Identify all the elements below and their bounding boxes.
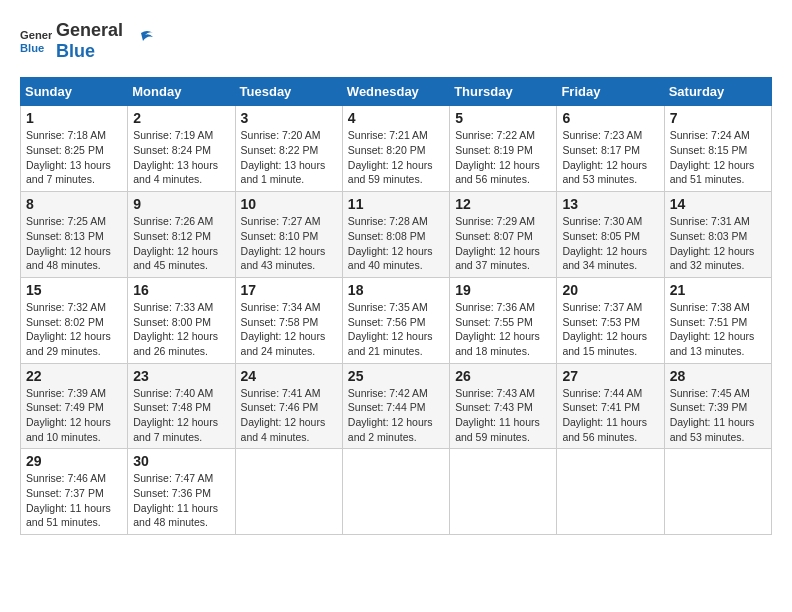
day-info: Sunrise: 7:30 AM Sunset: 8:05 PM Dayligh…	[562, 214, 658, 273]
calendar-cell: 27Sunrise: 7:44 AM Sunset: 7:41 PM Dayli…	[557, 363, 664, 449]
svg-text:Blue: Blue	[20, 42, 44, 54]
calendar-cell: 2Sunrise: 7:19 AM Sunset: 8:24 PM Daylig…	[128, 106, 235, 192]
day-number: 30	[133, 453, 229, 469]
calendar-cell: 25Sunrise: 7:42 AM Sunset: 7:44 PM Dayli…	[342, 363, 449, 449]
calendar-cell: 23Sunrise: 7:40 AM Sunset: 7:48 PM Dayli…	[128, 363, 235, 449]
day-info: Sunrise: 7:21 AM Sunset: 8:20 PM Dayligh…	[348, 128, 444, 187]
day-number: 22	[26, 368, 122, 384]
day-number: 7	[670, 110, 766, 126]
day-number: 6	[562, 110, 658, 126]
day-info: Sunrise: 7:43 AM Sunset: 7:43 PM Dayligh…	[455, 386, 551, 445]
weekday-header-sunday: Sunday	[21, 78, 128, 106]
weekday-header-wednesday: Wednesday	[342, 78, 449, 106]
day-info: Sunrise: 7:29 AM Sunset: 8:07 PM Dayligh…	[455, 214, 551, 273]
day-info: Sunrise: 7:41 AM Sunset: 7:46 PM Dayligh…	[241, 386, 337, 445]
calendar-cell	[664, 449, 771, 535]
day-number: 20	[562, 282, 658, 298]
calendar-cell: 18Sunrise: 7:35 AM Sunset: 7:56 PM Dayli…	[342, 277, 449, 363]
calendar-cell	[342, 449, 449, 535]
calendar-cell: 17Sunrise: 7:34 AM Sunset: 7:58 PM Dayli…	[235, 277, 342, 363]
day-number: 18	[348, 282, 444, 298]
calendar-cell: 29Sunrise: 7:46 AM Sunset: 7:37 PM Dayli…	[21, 449, 128, 535]
calendar-week-2: 8Sunrise: 7:25 AM Sunset: 8:13 PM Daylig…	[21, 192, 772, 278]
day-number: 21	[670, 282, 766, 298]
calendar-cell	[450, 449, 557, 535]
day-info: Sunrise: 7:32 AM Sunset: 8:02 PM Dayligh…	[26, 300, 122, 359]
day-info: Sunrise: 7:37 AM Sunset: 7:53 PM Dayligh…	[562, 300, 658, 359]
calendar-cell: 6Sunrise: 7:23 AM Sunset: 8:17 PM Daylig…	[557, 106, 664, 192]
day-number: 29	[26, 453, 122, 469]
calendar-cell: 4Sunrise: 7:21 AM Sunset: 8:20 PM Daylig…	[342, 106, 449, 192]
day-info: Sunrise: 7:44 AM Sunset: 7:41 PM Dayligh…	[562, 386, 658, 445]
calendar-cell: 11Sunrise: 7:28 AM Sunset: 8:08 PM Dayli…	[342, 192, 449, 278]
day-number: 9	[133, 196, 229, 212]
day-number: 13	[562, 196, 658, 212]
calendar-week-4: 22Sunrise: 7:39 AM Sunset: 7:49 PM Dayli…	[21, 363, 772, 449]
calendar-week-1: 1Sunrise: 7:18 AM Sunset: 8:25 PM Daylig…	[21, 106, 772, 192]
day-number: 14	[670, 196, 766, 212]
calendar-cell: 14Sunrise: 7:31 AM Sunset: 8:03 PM Dayli…	[664, 192, 771, 278]
day-number: 17	[241, 282, 337, 298]
calendar-cell: 19Sunrise: 7:36 AM Sunset: 7:55 PM Dayli…	[450, 277, 557, 363]
calendar-cell: 3Sunrise: 7:20 AM Sunset: 8:22 PM Daylig…	[235, 106, 342, 192]
day-number: 10	[241, 196, 337, 212]
day-info: Sunrise: 7:34 AM Sunset: 7:58 PM Dayligh…	[241, 300, 337, 359]
calendar-week-3: 15Sunrise: 7:32 AM Sunset: 8:02 PM Dayli…	[21, 277, 772, 363]
day-info: Sunrise: 7:28 AM Sunset: 8:08 PM Dayligh…	[348, 214, 444, 273]
weekday-header-friday: Friday	[557, 78, 664, 106]
calendar-table: SundayMondayTuesdayWednesdayThursdayFrid…	[20, 77, 772, 535]
calendar-cell: 8Sunrise: 7:25 AM Sunset: 8:13 PM Daylig…	[21, 192, 128, 278]
day-info: Sunrise: 7:47 AM Sunset: 7:36 PM Dayligh…	[133, 471, 229, 530]
day-number: 26	[455, 368, 551, 384]
calendar-cell: 22Sunrise: 7:39 AM Sunset: 7:49 PM Dayli…	[21, 363, 128, 449]
calendar-cell: 7Sunrise: 7:24 AM Sunset: 8:15 PM Daylig…	[664, 106, 771, 192]
day-number: 28	[670, 368, 766, 384]
weekday-header-saturday: Saturday	[664, 78, 771, 106]
calendar-cell: 12Sunrise: 7:29 AM Sunset: 8:07 PM Dayli…	[450, 192, 557, 278]
calendar-week-5: 29Sunrise: 7:46 AM Sunset: 7:37 PM Dayli…	[21, 449, 772, 535]
day-info: Sunrise: 7:31 AM Sunset: 8:03 PM Dayligh…	[670, 214, 766, 273]
calendar-cell: 24Sunrise: 7:41 AM Sunset: 7:46 PM Dayli…	[235, 363, 342, 449]
logo-icon: General Blue	[20, 25, 52, 57]
day-info: Sunrise: 7:23 AM Sunset: 8:17 PM Dayligh…	[562, 128, 658, 187]
calendar-cell: 16Sunrise: 7:33 AM Sunset: 8:00 PM Dayli…	[128, 277, 235, 363]
calendar-cell: 26Sunrise: 7:43 AM Sunset: 7:43 PM Dayli…	[450, 363, 557, 449]
calendar-cell: 13Sunrise: 7:30 AM Sunset: 8:05 PM Dayli…	[557, 192, 664, 278]
day-info: Sunrise: 7:42 AM Sunset: 7:44 PM Dayligh…	[348, 386, 444, 445]
calendar-header-row: SundayMondayTuesdayWednesdayThursdayFrid…	[21, 78, 772, 106]
calendar-cell: 28Sunrise: 7:45 AM Sunset: 7:39 PM Dayli…	[664, 363, 771, 449]
logo: General Blue General Blue	[20, 20, 155, 61]
calendar-cell: 21Sunrise: 7:38 AM Sunset: 7:51 PM Dayli…	[664, 277, 771, 363]
day-info: Sunrise: 7:39 AM Sunset: 7:49 PM Dayligh…	[26, 386, 122, 445]
day-info: Sunrise: 7:24 AM Sunset: 8:15 PM Dayligh…	[670, 128, 766, 187]
day-info: Sunrise: 7:40 AM Sunset: 7:48 PM Dayligh…	[133, 386, 229, 445]
day-number: 4	[348, 110, 444, 126]
day-number: 12	[455, 196, 551, 212]
day-number: 8	[26, 196, 122, 212]
day-info: Sunrise: 7:33 AM Sunset: 8:00 PM Dayligh…	[133, 300, 229, 359]
day-number: 16	[133, 282, 229, 298]
day-number: 27	[562, 368, 658, 384]
day-info: Sunrise: 7:35 AM Sunset: 7:56 PM Dayligh…	[348, 300, 444, 359]
day-info: Sunrise: 7:36 AM Sunset: 7:55 PM Dayligh…	[455, 300, 551, 359]
day-info: Sunrise: 7:25 AM Sunset: 8:13 PM Dayligh…	[26, 214, 122, 273]
day-number: 23	[133, 368, 229, 384]
calendar-cell: 30Sunrise: 7:47 AM Sunset: 7:36 PM Dayli…	[128, 449, 235, 535]
svg-text:General: General	[20, 29, 52, 41]
calendar-cell	[557, 449, 664, 535]
day-info: Sunrise: 7:22 AM Sunset: 8:19 PM Dayligh…	[455, 128, 551, 187]
calendar-cell: 20Sunrise: 7:37 AM Sunset: 7:53 PM Dayli…	[557, 277, 664, 363]
logo-bird-icon	[127, 27, 155, 55]
page-header: General Blue General Blue	[20, 20, 772, 61]
day-number: 2	[133, 110, 229, 126]
day-info: Sunrise: 7:20 AM Sunset: 8:22 PM Dayligh…	[241, 128, 337, 187]
weekday-header-monday: Monday	[128, 78, 235, 106]
weekday-header-tuesday: Tuesday	[235, 78, 342, 106]
calendar-cell: 10Sunrise: 7:27 AM Sunset: 8:10 PM Dayli…	[235, 192, 342, 278]
day-info: Sunrise: 7:19 AM Sunset: 8:24 PM Dayligh…	[133, 128, 229, 187]
day-number: 15	[26, 282, 122, 298]
day-info: Sunrise: 7:46 AM Sunset: 7:37 PM Dayligh…	[26, 471, 122, 530]
day-number: 19	[455, 282, 551, 298]
day-info: Sunrise: 7:38 AM Sunset: 7:51 PM Dayligh…	[670, 300, 766, 359]
logo-blue: Blue	[56, 41, 123, 62]
